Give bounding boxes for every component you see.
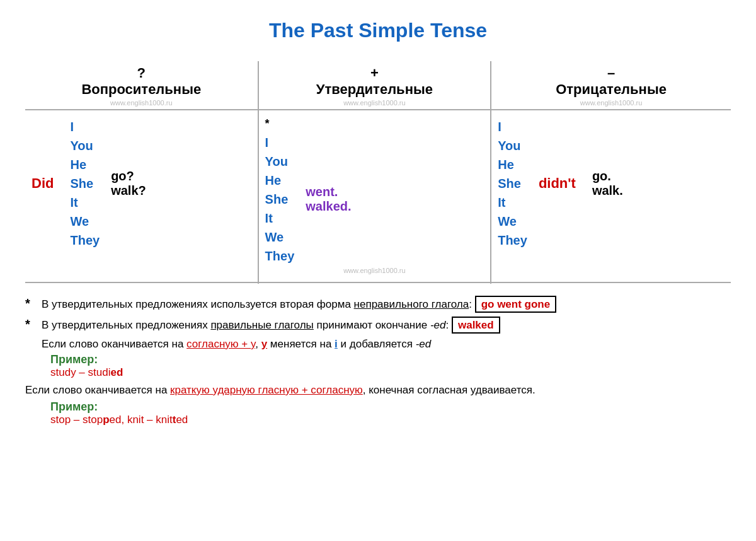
affirmative-header: + Утвердительные www.english1000.ru <box>258 61 491 110</box>
watermark-neg: www.english1000.ru <box>498 99 724 107</box>
content-row: Did IYouHeSheItWeThey go?walk? * IYouHeS… <box>25 111 731 282</box>
did-label: Did <box>32 175 54 192</box>
question-label: Вопросительные <box>32 81 251 98</box>
negative-symbol: – <box>498 65 724 81</box>
question-symbol: ? <box>32 65 251 81</box>
affirmative-label: Утвердительные <box>265 81 484 98</box>
note-2-line1: * В утвердительных предложениях правильн… <box>25 317 731 332</box>
watermark-q: www.english1000.ru <box>32 99 251 107</box>
example-1-block: Пример: study – studied <box>50 353 731 379</box>
question-pronouns: IYouHeSheItWeThey <box>70 117 100 250</box>
note1-text: В утвердительных предложениях использует… <box>42 298 556 311</box>
example2-text: stop – stopped, knit – knitted <box>50 414 731 426</box>
divider-bottom <box>25 282 731 284</box>
negative-header: – Отрицательные www.english1000.ru <box>491 61 731 110</box>
negative-content: IYouHeSheItWeThey didn't go.walk. <box>491 111 731 282</box>
note1-box: go went gone <box>475 296 557 313</box>
example-2-block: Пример: stop – stopped, knit – knitted <box>50 400 731 426</box>
note-3: Если слово оканчивается на краткую ударн… <box>25 384 731 397</box>
note2-line2: Если слово оканчивается на согласную + y… <box>42 338 731 351</box>
didnt-label: didn't <box>539 175 576 192</box>
negative-pronouns: IYouHeSheItWeThey <box>498 117 527 250</box>
note-1: * В утвердительных предложениях использу… <box>25 296 731 311</box>
negative-label: Отрицательные <box>498 81 724 98</box>
question-verbs: go?walk? <box>111 169 146 198</box>
affirmative-content: * IYouHeSheItWeThey went.walked. www.eng… <box>258 111 491 282</box>
example2-label: Пример: <box>50 400 731 414</box>
aff-asterisk: * <box>265 117 270 130</box>
note2-asterisk: * <box>25 317 38 332</box>
notes-section: * В утвердительных предложениях использу… <box>25 296 731 426</box>
affirmative-pronouns: IYouHeSheItWeThey <box>265 133 295 265</box>
note1-asterisk: * <box>25 296 38 311</box>
affirmative-symbol: + <box>265 65 484 81</box>
affirmative-verbs: went.walked. <box>306 185 351 214</box>
watermark-aff-bottom: www.english1000.ru <box>265 267 484 274</box>
note2-box: walked <box>452 317 500 334</box>
header-row: ? Вопросительные www.english1000.ru + Ут… <box>25 61 731 110</box>
note2-text: В утвердительных предложениях правильные… <box>42 319 500 332</box>
question-header: ? Вопросительные www.english1000.ru <box>25 61 258 110</box>
watermark-aff: www.english1000.ru <box>265 99 484 107</box>
example1-text: study – studied <box>50 366 731 379</box>
question-content: Did IYouHeSheItWeThey go?walk? <box>25 111 258 282</box>
main-table: ? Вопросительные www.english1000.ru + Ут… <box>25 61 731 284</box>
example1-label: Пример: <box>50 353 731 366</box>
page-title: The Past Simple Tense <box>25 19 731 42</box>
negative-verbs: go.walk. <box>592 169 623 198</box>
